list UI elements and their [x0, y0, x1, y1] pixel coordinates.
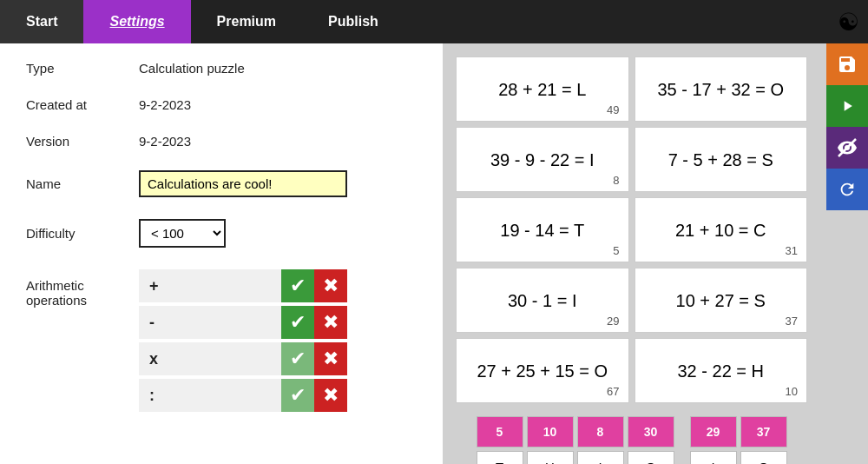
puzzle-card-9: 32 - 22 = H 10: [635, 338, 808, 403]
card-number-5: 31: [786, 244, 798, 257]
ans-h-10: 10: [527, 416, 574, 447]
name-field-row: Name: [26, 170, 417, 197]
ans-h-30: 30: [628, 416, 674, 447]
main-content: Type Calculation puzzle Created at 9-2-2…: [0, 43, 868, 464]
equation-1: 35 - 17 + 32 = O: [657, 80, 784, 100]
created-label: Created at: [26, 97, 139, 112]
arith-row-divide: : ✔ ✖: [139, 379, 347, 412]
nav-publish[interactable]: Publish: [302, 0, 404, 43]
play-button[interactable]: [826, 85, 868, 127]
equation-9: 32 - 22 = H: [677, 361, 764, 381]
name-input[interactable]: [139, 170, 347, 197]
equation-2: 39 - 9 - 22 = I: [490, 150, 595, 170]
ans-l-I2: I: [690, 451, 737, 464]
puzzle-card-2: 39 - 9 - 22 = I 8: [456, 127, 629, 192]
save-button[interactable]: [826, 43, 868, 85]
top-nav: Start Settings Premium Publish ☯: [0, 0, 868, 43]
ans-h-37: 37: [740, 416, 787, 447]
puzzle-card-4: 19 - 14 = T 5: [456, 197, 629, 262]
ans-h-5: 5: [477, 416, 523, 447]
yin-yang-icon[interactable]: ☯: [838, 8, 859, 36]
equation-5: 21 + 10 = C: [675, 221, 766, 241]
ans-l-T: T: [477, 451, 523, 464]
card-number-6: 29: [607, 315, 619, 328]
card-number-2: 8: [613, 174, 619, 187]
card-number-8: 67: [607, 385, 619, 398]
puzzle-card-1: 35 - 17 + 32 = O: [635, 56, 808, 122]
puzzle-card-3: 7 - 5 + 28 = S: [635, 127, 808, 192]
right-panel: 28 + 21 = L 49 35 - 17 + 32 = O 39 - 9 -…: [443, 43, 868, 464]
difficulty-label: Difficulty: [26, 226, 139, 241]
card-number-9: 10: [786, 385, 798, 398]
divide-cross-button[interactable]: ✖: [314, 379, 347, 412]
name-label: Name: [26, 176, 139, 191]
arith-section: Arithmetic operations + ✔ ✖ - ✔ ✖ x ✔ ✖: [26, 269, 417, 412]
card-number-7: 37: [786, 315, 798, 328]
ans-l-I: I: [577, 451, 624, 464]
plus-symbol: +: [139, 277, 281, 295]
refresh-button[interactable]: [826, 169, 868, 210]
nav-start[interactable]: Start: [0, 0, 83, 43]
puzzle-card-7: 10 + 27 = S 37: [635, 268, 808, 333]
arith-row-multiply: x ✔ ✖: [139, 342, 347, 375]
answer-section: 5 10 8 30 29 37 T H I S I S 31 67: [456, 416, 807, 464]
multiply-cross-button[interactable]: ✖: [314, 342, 347, 375]
minus-check-button[interactable]: ✔: [281, 306, 314, 339]
equation-7: 10 + 27 = S: [676, 291, 766, 311]
difficulty-field-row: Difficulty < 100 < 50 < 200: [26, 219, 417, 248]
ans-l-S2: S: [740, 451, 787, 464]
equation-0: 28 + 21 = L: [498, 80, 586, 100]
ans-l-H: H: [527, 451, 574, 464]
puzzle-card-0: 28 + 21 = L 49: [456, 56, 629, 122]
ans-l-S1: S: [628, 451, 674, 464]
created-field-row: Created at 9-2-2023: [26, 97, 417, 112]
puzzle-card-6: 30 - 1 = I 29: [456, 268, 629, 333]
plus-cross-button[interactable]: ✖: [314, 269, 347, 302]
arith-row-minus: - ✔ ✖: [139, 306, 347, 339]
minus-symbol: -: [139, 314, 281, 332]
version-field-row: Version 9-2-2023: [26, 134, 417, 149]
arith-label: Arithmetic operations: [26, 269, 139, 308]
divide-symbol: :: [139, 387, 281, 405]
plus-check-button[interactable]: ✔: [281, 269, 314, 302]
ans-h-8: 8: [577, 416, 624, 447]
equation-4: 19 - 14 = T: [500, 221, 584, 241]
arith-ops: + ✔ ✖ - ✔ ✖ x ✔ ✖ : ✔ ✖: [139, 269, 347, 412]
sidebar-buttons: [826, 43, 868, 210]
nav-premium[interactable]: Premium: [191, 0, 302, 43]
equation-3: 7 - 5 + 28 = S: [668, 150, 773, 170]
created-value: 9-2-2023: [139, 97, 191, 112]
ans-h-29: 29: [690, 416, 737, 447]
puzzle-card-5: 21 + 10 = C 31: [635, 197, 808, 262]
nav-settings[interactable]: Settings: [83, 0, 190, 43]
arith-row-plus: + ✔ ✖: [139, 269, 347, 302]
preview-button[interactable]: [826, 127, 868, 169]
puzzle-card-8: 27 + 25 + 15 = O 67: [456, 338, 629, 403]
minus-cross-button[interactable]: ✖: [314, 306, 347, 339]
answer-row-1-letters: T H I S I S: [456, 451, 807, 464]
type-field-row: Type Calculation puzzle: [26, 61, 417, 76]
version-label: Version: [26, 134, 139, 149]
card-number-4: 5: [613, 244, 619, 257]
divide-check-button[interactable]: ✔: [281, 379, 314, 412]
difficulty-select[interactable]: < 100 < 50 < 200: [139, 219, 226, 248]
type-value: Calculation puzzle: [139, 61, 245, 76]
left-panel: Type Calculation puzzle Created at 9-2-2…: [0, 43, 443, 464]
answer-row-1-headers: 5 10 8 30 29 37: [456, 416, 807, 447]
puzzle-grid: 28 + 21 = L 49 35 - 17 + 32 = O 39 - 9 -…: [456, 56, 807, 403]
equation-6: 30 - 1 = I: [508, 291, 577, 311]
type-label: Type: [26, 61, 139, 76]
card-number-0: 49: [607, 103, 619, 116]
equation-8: 27 + 25 + 15 = O: [477, 361, 608, 381]
multiply-symbol: x: [139, 350, 281, 368]
version-value: 9-2-2023: [139, 134, 191, 149]
multiply-check-button[interactable]: ✔: [281, 342, 314, 375]
